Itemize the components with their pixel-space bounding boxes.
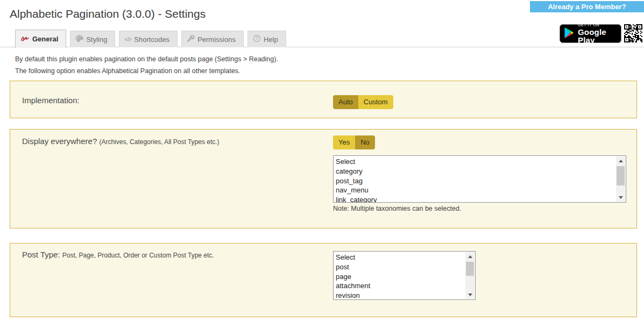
scrollbar[interactable]	[616, 156, 625, 202]
intro-text: By default this plugin enables paginatio…	[15, 55, 278, 79]
code-icon: </>	[124, 36, 131, 42]
google-play-badge[interactable]: GET IT ON Google Play	[560, 24, 621, 43]
select-option[interactable]: Select	[336, 253, 475, 262]
tab-label: Styling	[86, 35, 107, 44]
implementation-label: Implementation:	[22, 96, 80, 105]
select-option[interactable]: attachment	[336, 281, 475, 291]
svg-text:?: ?	[256, 35, 258, 41]
google-play-label: Google Play	[578, 28, 617, 44]
tab-bar: General Styling </> Shortcodes Permissio…	[0, 30, 644, 47]
select-option[interactable]: revision	[336, 291, 475, 300]
pro-member-button[interactable]: Already a Pro Member?	[530, 1, 644, 12]
tab-permissions[interactable]: Permissions	[181, 31, 244, 47]
select-option[interactable]: post_tag	[336, 176, 626, 186]
post-types-multiselect[interactable]: Selectpostpageattachmentrevision	[333, 251, 476, 300]
signature-icon	[20, 34, 30, 44]
tab-styling[interactable]: Styling	[70, 31, 115, 47]
no-option[interactable]: No	[355, 135, 375, 149]
scroll-down-button[interactable]	[616, 193, 625, 202]
select-option[interactable]: post	[336, 262, 475, 272]
qr-code	[624, 24, 642, 42]
tab-label: Help	[264, 35, 278, 44]
play-triangle-icon	[564, 27, 574, 41]
tab-general[interactable]: General	[15, 30, 66, 48]
tab-shortcodes[interactable]: </> Shortcodes	[119, 31, 178, 47]
scrollbar-thumb[interactable]	[617, 166, 625, 185]
select-option[interactable]: page	[336, 272, 475, 282]
taxonomies-note: Note: Multiple taxonomies can be selecte…	[333, 205, 461, 212]
scroll-up-button[interactable]	[465, 252, 475, 261]
tab-label: Permissions	[197, 35, 236, 44]
tab-label: Shortcodes	[134, 35, 169, 44]
page-title: Alphabetic Pagination (3.0.0) - Settings	[10, 8, 206, 20]
tab-label: General	[32, 35, 58, 43]
palette-icon	[75, 34, 83, 44]
scrollbar[interactable]	[465, 252, 475, 299]
yes-option[interactable]: Yes	[333, 135, 355, 149]
question-icon: ?	[253, 34, 261, 44]
select-option[interactable]: Select	[336, 157, 626, 167]
scroll-down-button[interactable]	[465, 290, 475, 299]
auto-option[interactable]: Auto	[333, 95, 358, 109]
scrollbar-thumb[interactable]	[466, 262, 474, 276]
intro-line-1: By default this plugin enables paginatio…	[15, 55, 278, 63]
select-option[interactable]: category	[336, 167, 626, 176]
display-everywhere-toggle: Yes No	[333, 135, 375, 149]
implementation-toggle: Auto Custom	[333, 95, 393, 109]
select-option[interactable]: nav_menu	[336, 185, 626, 195]
tab-help[interactable]: ? Help	[247, 31, 286, 47]
intro-line-2: The following option enables Alphabetica…	[15, 67, 278, 75]
key-icon	[187, 34, 195, 44]
scroll-up-button[interactable]	[616, 156, 625, 165]
get-it-on-label: GET IT ON	[578, 23, 617, 27]
custom-option[interactable]: Custom	[358, 95, 393, 109]
display-everywhere-label: Display everywhere? (Archives, Categorie…	[22, 137, 220, 146]
select-option[interactable]: link_category	[336, 195, 626, 203]
display-everywhere-section: Display everywhere? (Archives, Categorie…	[10, 129, 637, 228]
taxonomies-multiselect[interactable]: Selectcategorypost_tagnav_menulink_categ…	[333, 155, 626, 203]
implementation-section: Implementation: Auto Custom	[10, 81, 637, 118]
display-everywhere-hint: (Archives, Categories, All Post Types et…	[99, 138, 219, 146]
post-type-section: Post Type: Post, Page, Product, Order or…	[10, 243, 637, 317]
post-type-label: Post Type: Post, Page, Product, Order or…	[22, 250, 214, 259]
post-type-hint: Post, Page, Product, Order or Custom Pos…	[62, 252, 214, 259]
